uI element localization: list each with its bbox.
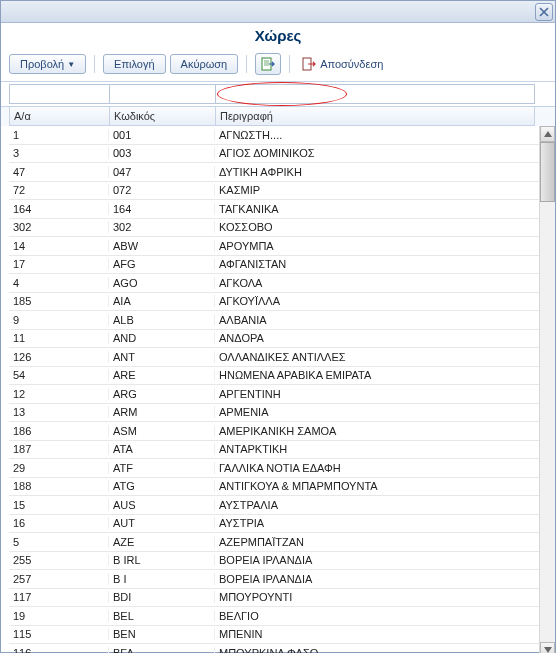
cell-aa: 11 [9,332,109,344]
cell-code: AIA [109,295,215,307]
cell-aa: 15 [9,499,109,511]
scroll-down-button[interactable] [540,642,555,653]
cell-code: ABW [109,240,215,252]
cell-code: ANT [109,351,215,363]
cell-desc: ΜΠΟΥΡΚΙΝΑ ΦΑΣΟ [215,647,539,653]
table-row[interactable]: 117BDIΜΠΟΥΡΟΥΝΤΙ [9,589,539,608]
cell-aa: 126 [9,351,109,363]
cell-desc: ΑΛΒΑΝΙΑ [215,314,539,326]
cell-aa: 14 [9,240,109,252]
spreadsheet-export-icon [261,57,275,71]
cell-desc: ΒΟΡΕΙΑ ΙΡΛΑΝΔΙΑ [215,573,539,585]
cell-aa: 187 [9,443,109,455]
table-row[interactable]: 302302ΚΟΣΣΟΒΟ [9,219,539,238]
cell-aa: 13 [9,406,109,418]
cell-code: 072 [109,184,215,196]
vertical-scrollbar[interactable] [539,126,555,653]
table-row[interactable]: 54AREΗΝΩΜΕΝΑ ΑΡΑΒΙΚΑ ΕΜΙΡΑΤΑ [9,367,539,386]
cell-aa: 5 [9,536,109,548]
chevron-down-icon: ▼ [67,60,75,69]
table-row[interactable]: 13ARMΑΡΜΕΝΙΑ [9,404,539,423]
table-row[interactable]: 17AFGΑΦΓΑΝΙΣΤΑΝ [9,256,539,275]
scroll-up-button[interactable] [540,126,555,142]
view-button-label: Προβολή [20,58,64,70]
table-row[interactable]: 29ATFΓΑΛΛΙΚΑ ΝΟΤΙΑ ΕΔΑΦΗ [9,459,539,478]
arrow-up-icon [544,131,552,137]
cell-desc: ΜΠΕΝΙΝ [215,628,539,640]
header-code[interactable]: Κωδικός [109,107,215,126]
table-row[interactable]: 11ANDΑΝΔΟΡΑ [9,330,539,349]
filter-code-input[interactable] [109,84,215,104]
table-row[interactable]: 72072ΚΑΣΜΙΡ [9,182,539,201]
header-aa[interactable]: Α/α [9,107,109,126]
cell-desc: ΚΑΣΜΙΡ [215,184,539,196]
cell-desc: ΑΡΓΕΝΤΙΝΗ [215,388,539,400]
table-row[interactable]: 5AZEΑΖΕΡΜΠΑΪΤΖΑΝ [9,533,539,552]
table-row[interactable]: 15AUSΑΥΣΤΡΑΛΙΑ [9,496,539,515]
cell-aa: 186 [9,425,109,437]
table-row[interactable]: 255B IRLΒΟΡΕΙΑ ΙΡΛΑΝΔΙΑ [9,552,539,571]
cell-code: AND [109,332,215,344]
cell-code: B Ι [109,573,215,585]
dialog-title: Χώρες [1,23,555,50]
cell-desc: ΑΖΕΡΜΠΑΪΤΖΑΝ [215,536,539,548]
export-button[interactable] [255,53,281,75]
header-desc[interactable]: Περιγραφή [215,107,535,126]
cell-aa: 302 [9,221,109,233]
filter-aa-input[interactable] [9,84,109,104]
cell-aa: 19 [9,610,109,622]
table-row[interactable]: 188ATGΑΝΤΙΓΚΟΥΑ & ΜΠΑΡΜΠΟΥΝΤΑ [9,478,539,497]
cell-aa: 47 [9,166,109,178]
cell-code: ARG [109,388,215,400]
cell-code: BEN [109,628,215,640]
cell-desc: ΒΟΡΕΙΑ ΙΡΛΑΝΔΙΑ [215,554,539,566]
cell-desc: ΑΓΝΩΣΤΗ.... [215,129,539,141]
cell-aa: 72 [9,184,109,196]
table-body: 1001ΑΓΝΩΣΤΗ....3003ΑΓΙΟΣ ΔΟΜΙΝΙΚΟΣ47047Δ… [1,126,555,653]
cell-aa: 16 [9,517,109,529]
cell-code: ARE [109,369,215,381]
table-row[interactable]: 187ATAΑΝΤΑΡΚΤΙΚΗ [9,441,539,460]
table-row[interactable]: 4AGOΑΓΚΟΛΑ [9,274,539,293]
cell-desc: ΚΟΣΣΟΒΟ [215,221,539,233]
table-row[interactable]: 47047ΔΥΤΙΚΗ ΑΦΡΙΚΗ [9,163,539,182]
cell-code: ARM [109,406,215,418]
scroll-thumb[interactable] [540,142,555,202]
separator [289,55,290,73]
cell-aa: 12 [9,388,109,400]
table-row[interactable]: 116BFAΜΠΟΥΡΚΙΝΑ ΦΑΣΟ [9,644,539,653]
table-row[interactable]: 19BELΒΕΛΓΙΟ [9,607,539,626]
cell-desc: ΑΓΚΟΥΪΛΛΑ [215,295,539,307]
table-row[interactable]: 12ARGΑΡΓΕΝΤΙΝΗ [9,385,539,404]
table-row[interactable]: 185AIAΑΓΚΟΥΪΛΛΑ [9,293,539,312]
filter-desc-input[interactable] [215,84,535,104]
table-row[interactable]: 14ABWΑΡΟΥΜΠΑ [9,237,539,256]
table-row[interactable]: 1001ΑΓΝΩΣΤΗ.... [9,126,539,145]
cell-aa: 3 [9,147,109,159]
cell-aa: 4 [9,277,109,289]
select-button[interactable]: Επιλογή [103,54,165,74]
cell-aa: 117 [9,591,109,603]
close-button[interactable] [535,3,553,21]
cell-aa: 9 [9,314,109,326]
logout-icon [302,57,316,71]
cell-desc: ΑΦΓΑΝΙΣΤΑΝ [215,258,539,270]
cell-aa: 116 [9,647,109,653]
table-row[interactable]: 257B ΙΒΟΡΕΙΑ ΙΡΛΑΝΔΙΑ [9,570,539,589]
cell-desc: ΟΛΛΑΝΔΙΚΕΣ ΑΝΤΙΛΛΕΣ [215,351,539,363]
cell-code: ASM [109,425,215,437]
table-row[interactable]: 9ALBΑΛΒΑΝΙΑ [9,311,539,330]
table-row[interactable]: 126ANTΟΛΛΑΝΔΙΚΕΣ ΑΝΤΙΛΛΕΣ [9,348,539,367]
table-row[interactable]: 16AUTΑΥΣΤΡΙΑ [9,515,539,534]
cell-aa: 1 [9,129,109,141]
table-row[interactable]: 164164ΤΑΓΚΑΝΙΚΑ [9,200,539,219]
table-row[interactable]: 3003ΑΓΙΟΣ ΔΟΜΙΝΙΚΟΣ [9,145,539,164]
cell-aa: 54 [9,369,109,381]
logout-link[interactable]: Αποσύνδεση [298,55,387,73]
cell-desc: ΔΥΤΙΚΗ ΑΦΡΙΚΗ [215,166,539,178]
table-row[interactable]: 115BENΜΠΕΝΙΝ [9,626,539,645]
view-button[interactable]: Προβολή ▼ [9,54,86,74]
cell-code: BFA [109,647,215,653]
table-row[interactable]: 186ASMΑΜΕΡΙΚΑΝΙΚΗ ΣΑΜΟΑ [9,422,539,441]
cancel-button[interactable]: Ακύρωση [170,54,239,74]
